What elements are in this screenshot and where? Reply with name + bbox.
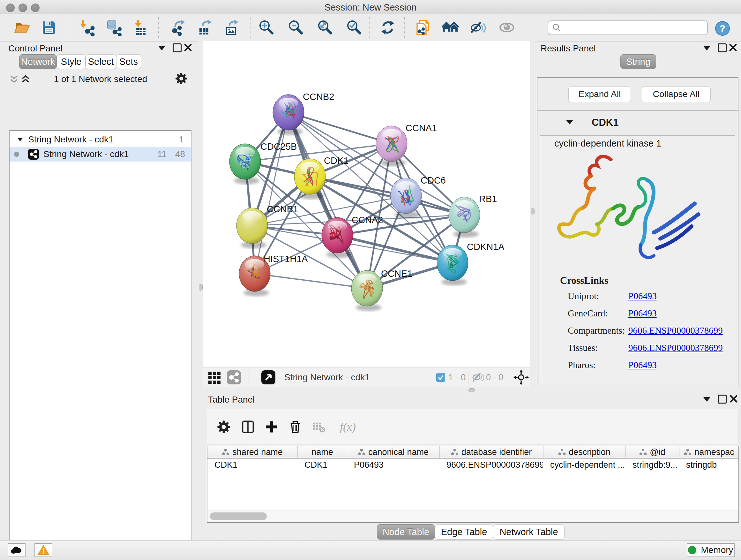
import-network-file-button[interactable] [78,18,96,37]
export-image-button[interactable] [223,18,241,37]
toolbar-divider [249,371,249,384]
collapse-all-button[interactable]: Collapse All [642,86,711,102]
control-panel: Control Panel NetworkStyleSelectSets 1 o… [0,41,199,540]
table-cell[interactable]: P06493 [347,458,440,471]
splitter-handle[interactable] [468,388,475,392]
grid-view-icon[interactable] [208,370,222,384]
panel-menu-caret-icon[interactable] [703,397,711,401]
hidden-eye-icon[interactable] [471,372,484,383]
column-header-database-identifier[interactable]: database identifier [440,446,543,458]
column-header--id[interactable]: @id [625,446,679,458]
zoom-selected-button[interactable] [345,18,363,37]
expand-all-chevron-icon[interactable] [21,75,30,84]
show-columns-button[interactable] [239,418,257,436]
column-header-shared-name[interactable]: shared name [207,446,297,458]
scrollbar-thumb[interactable] [210,512,267,520]
column-header-namespac[interactable]: namespac [679,446,739,458]
tab-network[interactable]: Network [19,54,57,69]
panel-close-icon[interactable] [730,395,738,403]
crosslink-row: Pharos:P06493 [568,360,657,370]
tab-string[interactable]: String [620,54,656,69]
clone-network-button[interactable] [414,18,432,37]
expand-all-button[interactable]: Expand All [568,86,631,102]
splitter-handle[interactable] [531,208,535,214]
birds-eye-view-icon[interactable] [261,370,275,384]
tree-expand-caret-icon[interactable] [17,138,23,141]
network-label: String Network - cdk1 [44,149,129,159]
refresh-view-button[interactable] [379,18,397,37]
table-cell[interactable]: stringdb [679,458,739,471]
show-all-button[interactable] [498,18,516,37]
network-row-selected[interactable]: String Network - cdk1 11 48 [10,147,191,162]
tab-sets[interactable]: Sets [116,54,141,69]
shared-column-tree-icon [222,449,229,455]
column-header-description[interactable]: description [543,446,625,458]
panel-close-icon[interactable] [184,44,192,52]
left-splitter[interactable] [199,41,203,540]
gear-icon[interactable] [175,72,188,85]
tab-node-table[interactable]: Node Table [377,524,435,540]
panel-close-icon[interactable] [729,44,737,52]
network-view: CCNB2CCNA1CDC25BCDK1CDC6RB1CCNB1CCNA2CDK… [203,41,530,387]
cloud-status-button[interactable] [8,543,25,557]
network-canvas[interactable]: CCNB2CCNA1CDC25BCDK1CDC6RB1CCNB1CCNA2CDK… [203,41,530,368]
panel-float-icon[interactable] [718,44,727,52]
panel-menu-caret-icon[interactable] [158,46,165,51]
tab-style[interactable]: Style [57,54,85,69]
export-table-button[interactable] [196,18,214,37]
memory-button[interactable]: Memory [687,543,735,557]
zoom-in-button[interactable] [257,18,275,37]
table-cell[interactable]: CDK1 [297,458,347,471]
network-collection-row[interactable]: String Network - cdk1 1 [10,132,191,147]
network-node-count: 11 [157,149,166,159]
add-column-button[interactable] [263,418,280,436]
table-horizontal-scrollbar[interactable] [208,510,738,522]
table-cell[interactable]: 9606.ENSP00000378699 [440,458,543,471]
save-session-button[interactable] [40,18,58,37]
selected-checkbox-icon[interactable] [436,373,445,382]
import-network-database-button[interactable] [105,18,123,37]
graphics-details-button[interactable] [442,18,460,37]
export-network-button[interactable] [170,18,187,37]
tab-network-table[interactable]: Network Table [493,524,564,540]
shared-column-tree-icon [558,449,565,455]
crosslink-url[interactable]: 9606.ENSP00000378699 [628,325,723,335]
table-cell[interactable]: CDK1 [207,458,297,471]
tab-select[interactable]: Select [85,54,116,69]
crosslink-url[interactable]: 9606.ENSP00000378699 [628,343,723,353]
results-buttons-box: Expand All Collapse All [537,77,738,111]
fit-selected-crosshair-icon[interactable] [514,370,529,385]
column-header-canonical-name[interactable]: canonical name [347,446,440,458]
zoom-out-button[interactable] [286,18,305,37]
tab-edge-table[interactable]: Edge Table [435,524,493,540]
zoom-fit-button[interactable] [316,18,334,37]
help-button[interactable]: ? [714,19,731,37]
function-builder-button-disabled: f(x) [333,418,362,436]
crosslink-url[interactable]: P06493 [628,308,657,318]
collapse-all-chevron-icon[interactable] [10,75,18,84]
column-header-name[interactable]: name [297,446,347,458]
string-network-badge-icon[interactable] [227,370,241,384]
export-table-icon [197,19,213,36]
delete-column-button[interactable] [286,418,304,436]
search-input[interactable] [564,23,707,33]
horizontal-splitter[interactable] [203,387,741,393]
table-panel-title: Table Panel [208,395,255,405]
right-splitter[interactable] [530,41,535,387]
warnings-button[interactable] [35,543,52,557]
panel-float-icon[interactable] [173,44,182,52]
crosslink-url[interactable]: P06493 [628,291,657,301]
table-cell[interactable]: cyclin-dependent ... [543,458,625,471]
hide-selected-button[interactable] [469,18,487,37]
table-settings-button[interactable] [215,418,232,436]
panel-menu-caret-icon[interactable] [703,46,711,51]
open-session-button[interactable] [13,18,31,37]
splitter-handle[interactable] [199,284,203,291]
table-cell[interactable]: stringdb:9... [625,458,679,471]
section-collapse-caret-icon[interactable] [566,120,573,125]
panel-float-icon[interactable] [718,395,727,403]
results-section-box: CDK1 cyclin-dependent kinase 1 CrossLink… [537,111,738,386]
import-table-file-button[interactable] [131,18,149,37]
crosslink-url[interactable]: P06493 [628,360,657,370]
app-window: Session: New Session [0,0,741,560]
